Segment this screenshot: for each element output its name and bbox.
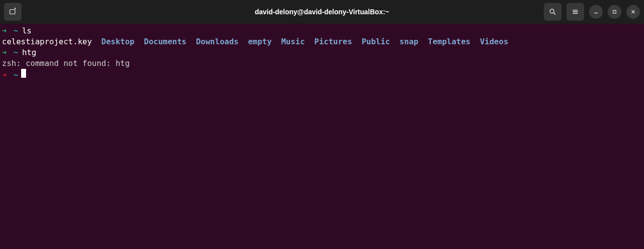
titlebar: david-delony@david-delony-VirtualBox:~ [0,0,644,24]
prompt-tilde: ~ [13,70,18,81]
hamburger-icon [571,8,579,16]
svg-rect-0 [10,10,15,14]
ls-dir: Downloads [196,36,239,47]
error-line: zsh: command not found: htg [2,58,642,69]
minimize-icon [592,8,599,15]
search-icon [549,8,557,16]
prompt-tilde: ~ [13,26,18,36]
ls-dir: Documents [144,36,187,47]
prompt-line-2: ➜ ~ htg [2,47,642,58]
ls-dir: Public [362,36,390,47]
prompt-arrow-error: ➜ [2,70,7,81]
ls-output-line: celestiaproject.key Desktop Documents Do… [2,36,642,47]
ls-dir: Templates [428,36,471,47]
minimize-button[interactable] [589,5,603,19]
prompt-arrow: ➜ [2,26,7,36]
cursor [21,69,26,78]
maximize-button[interactable] [608,5,621,19]
svg-point-1 [550,9,554,13]
terminal-body[interactable]: ➜ ~ ls celestiaproject.key Desktop Docum… [0,24,644,83]
ls-dir: Videos [480,36,508,47]
maximize-icon [611,8,618,15]
window-title: david-delony@david-delony-VirtualBox:~ [255,8,390,16]
prompt-tilde: ~ [13,47,18,58]
menu-button[interactable] [566,3,584,21]
search-button[interactable] [544,3,561,21]
ls-file: celestiaproject.key [2,36,92,47]
close-icon [630,8,637,15]
ls-dir: snap [399,36,419,47]
prompt-arrow: ➜ [2,47,7,58]
svg-line-2 [554,13,555,14]
ls-dir: Pictures [314,36,352,47]
new-tab-button[interactable] [4,3,22,21]
prompt-line-3: ➜ ~ [2,69,642,81]
command-text: htg [22,47,36,58]
ls-dir: empty [248,36,272,47]
command-text: ls [22,26,31,36]
prompt-line-1: ➜ ~ ls [2,26,642,36]
close-button[interactable] [626,5,640,19]
ls-dir: Music [281,36,305,47]
ls-dir: Desktop [101,36,134,47]
new-tab-icon [8,7,17,16]
svg-rect-7 [613,10,616,13]
